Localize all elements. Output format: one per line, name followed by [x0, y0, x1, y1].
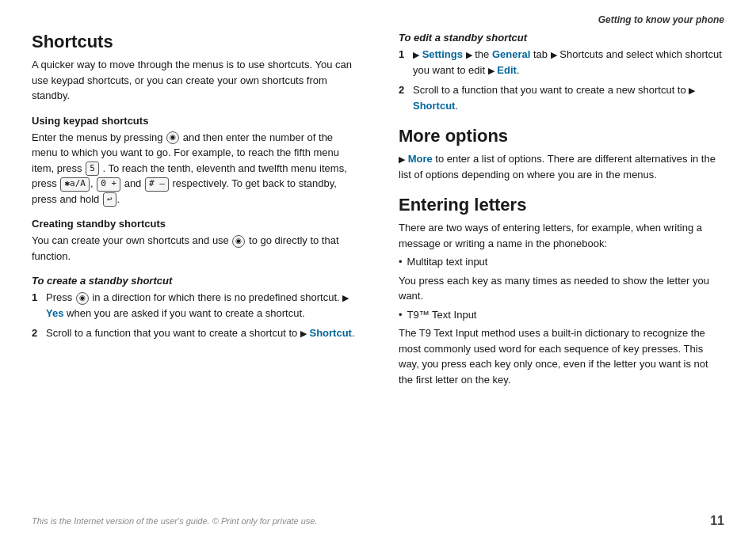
create-shortcut-title: To create a standby shortcut	[32, 275, 357, 287]
arrow-edit-shortcut: ▶	[689, 86, 695, 95]
footer-notice: This is the Internet version of the user…	[32, 516, 318, 526]
more-options-title: More options	[399, 126, 724, 146]
page-footer: This is the Internet version of the user…	[0, 506, 756, 536]
create-shortcut-steps: 1 Press ◉ in a direction for which there…	[32, 290, 357, 341]
bullet-multitap: • Multitap text input	[399, 254, 724, 270]
nav-circle-icon: ◉	[166, 131, 179, 144]
creating-body: You can create your own shortcuts and us…	[32, 233, 357, 264]
key-5: 5	[86, 162, 99, 176]
creating-title: Creating standby shortcuts	[32, 218, 357, 230]
key-hash: # –	[145, 177, 169, 192]
using-keypad-title: Using keypad shortcuts	[32, 115, 357, 127]
entering-title: Entering letters	[399, 195, 724, 215]
arrow-settings: ▶	[413, 50, 419, 59]
bullet-t9: • T9™ Text Input	[399, 307, 724, 323]
more-options-body: ▶ More to enter a list of options. There…	[399, 151, 724, 182]
page-header: Getting to know your phone	[0, 0, 756, 32]
arrow-shortcut: ▶	[300, 329, 307, 338]
edit-shortcut-steps: 1 ▶ Settings ▶ the General tab ▶ Shortcu…	[399, 47, 724, 113]
step-1: 1 Press ◉ in a direction for which there…	[32, 290, 357, 321]
key-back: ↩	[103, 192, 116, 207]
step-2: 2 Scroll to a function that you want to …	[32, 325, 357, 341]
entering-list: • Multitap text input	[399, 254, 724, 270]
key-star: ✱a/A	[60, 177, 90, 192]
right-column: To edit a standby shortcut 1 ▶ Settings …	[391, 32, 724, 504]
nav-circle-icon2: ◉	[232, 235, 245, 248]
multitap-desc: You press each key as many times as need…	[399, 273, 724, 304]
entering-intro: There are two ways of entering letters, …	[399, 220, 724, 251]
arrow-more: ▶	[399, 154, 405, 164]
arrow-yes: ▶	[342, 293, 349, 302]
using-keypad-body: Enter the menus by pressing ◉ and then e…	[32, 130, 357, 207]
t9-desc: The T9 Text Input method uses a built-in…	[399, 325, 724, 387]
page-number: 11	[710, 514, 724, 528]
nav-circle-step1: ◉	[76, 292, 89, 305]
shortcuts-intro: A quicker way to move through the menus …	[32, 57, 357, 104]
edit-step-2: 2 Scroll to a function that you want to …	[399, 82, 724, 113]
edit-step-1: 1 ▶ Settings ▶ the General tab ▶ Shortcu…	[399, 47, 724, 78]
shortcuts-title: Shortcuts	[32, 32, 357, 52]
key-0: 0 +	[97, 177, 120, 192]
edit-shortcut-title: To edit a standby shortcut	[399, 32, 724, 44]
left-column: Shortcuts A quicker way to move through …	[32, 32, 365, 504]
entering-list-2: • T9™ Text Input	[399, 307, 724, 323]
